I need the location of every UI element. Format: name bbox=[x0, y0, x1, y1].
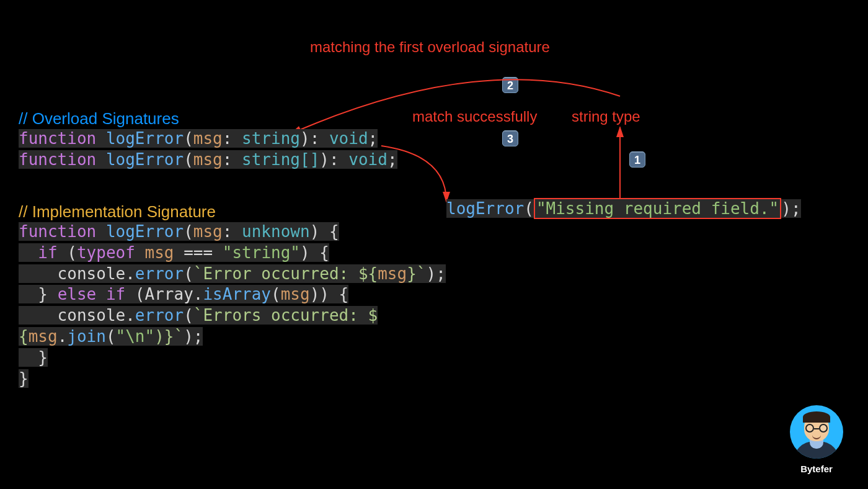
impl-line-8: } bbox=[19, 369, 446, 390]
badge-1: 1 bbox=[629, 151, 645, 168]
impl-line-5: console.error(`Errors occurred: $ bbox=[19, 305, 446, 326]
implementation-block: // Implementation Signature function log… bbox=[19, 202, 446, 389]
signature-1: function logError(msg: string): void; bbox=[19, 128, 397, 150]
impl-line-1: function logError(msg: unknown) { bbox=[19, 222, 446, 243]
impl-line-4: } else if (Array.isArray(msg)) { bbox=[19, 284, 446, 305]
signature-2: function logError(msg: string[]): void; bbox=[19, 150, 397, 171]
badge-2: 2 bbox=[502, 77, 518, 93]
call-expression: logError("Missing required field."); bbox=[446, 199, 801, 220]
comment-impl: // Implementation Signature bbox=[19, 202, 446, 222]
comment-overload: // Overload Signatures bbox=[19, 109, 397, 128]
overload-block: // Overload Signatures function logError… bbox=[19, 109, 397, 171]
impl-line-6: {msg.join("\n")}`); bbox=[19, 326, 446, 348]
badge-3: 3 bbox=[502, 130, 518, 146]
avatar bbox=[790, 405, 843, 459]
call-argument-highlight: "Missing required field." bbox=[534, 198, 781, 219]
annotation-match-success: match successfully bbox=[412, 108, 537, 125]
impl-line-3: console.error(`Error occurred: ${msg}`); bbox=[19, 264, 446, 285]
impl-line-7: } bbox=[19, 348, 446, 369]
author-name: Bytefer bbox=[790, 464, 843, 474]
author-block: Bytefer bbox=[790, 405, 843, 474]
impl-line-2: if (typeof msg === "string") { bbox=[19, 243, 446, 264]
annotation-string-type: string type bbox=[572, 108, 640, 125]
annotation-top: matching the first overload signature bbox=[310, 38, 550, 56]
